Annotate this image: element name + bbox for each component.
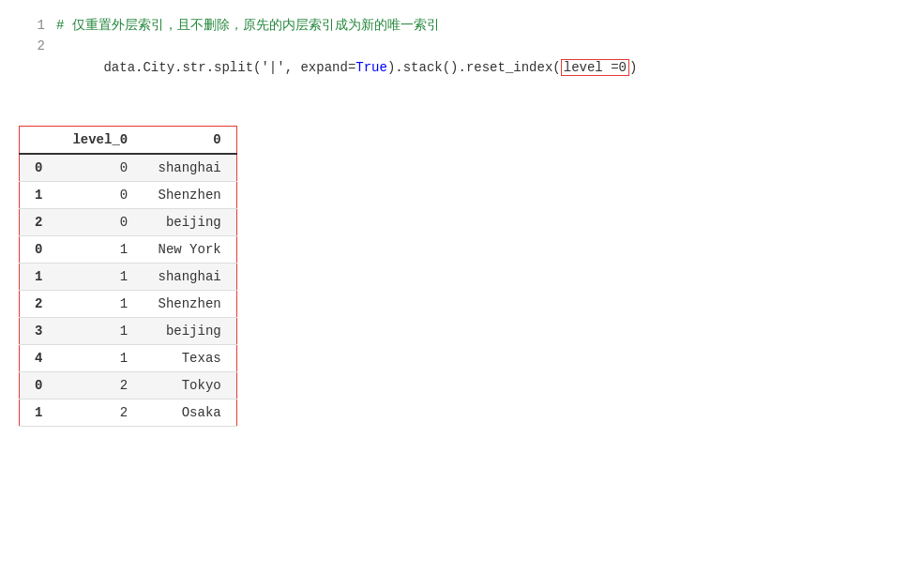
cell-index: 4	[20, 344, 58, 371]
cell-level0: 1	[57, 263, 143, 290]
cell-level0: 1	[57, 235, 143, 263]
table-row: 31beijing	[20, 317, 237, 344]
code-line-1: 1 # 仅重置外层索引，且不删除，原先的内层索引成为新的唯一索引	[19, 15, 888, 36]
table-row: 21Shenzhen	[20, 290, 237, 317]
table-row: 00shanghai	[20, 154, 237, 182]
cell-level0: 2	[57, 371, 143, 399]
table-row: 41Texas	[20, 344, 237, 371]
code-block: 1 # 仅重置外层索引，且不删除，原先的内层索引成为新的唯一索引 2 data.…	[19, 15, 888, 99]
header-index	[20, 126, 58, 154]
cell-index: 1	[20, 181, 58, 208]
data-table: level_0 0 00shanghai10Shenzhen20beijing0…	[19, 126, 237, 427]
cell-level0: 0	[57, 154, 143, 182]
table-row: 01New York	[20, 235, 237, 263]
cell-value: shanghai	[143, 154, 236, 182]
cell-level0: 1	[57, 290, 143, 317]
code-line-2: 2 data.City.str.split('|', expand=True).…	[19, 36, 888, 98]
code-prefix: data.City.str.split('	[103, 60, 268, 75]
cell-level0: 1	[57, 344, 143, 371]
cell-value: beijing	[143, 208, 236, 235]
cell-value: Osaka	[143, 399, 236, 426]
cell-value: Shenzhen	[143, 290, 236, 317]
code-highlight: level =0	[561, 59, 629, 76]
cell-index: 0	[20, 154, 58, 182]
code-line2-content: data.City.str.split('|', expand=True).st…	[56, 36, 637, 98]
header-level0: level_0	[57, 126, 143, 154]
cell-index: 1	[20, 263, 58, 290]
cell-value: Texas	[143, 344, 236, 371]
data-table-container: level_0 0 00shanghai10Shenzhen20beijing0…	[19, 126, 237, 427]
cell-level0: 0	[57, 208, 143, 235]
table-row: 02Tokyo	[20, 371, 237, 399]
table-row: 11shanghai	[20, 263, 237, 290]
table-row: 20beijing	[20, 208, 237, 235]
cell-index: 0	[20, 235, 58, 263]
cell-index: 3	[20, 317, 58, 344]
cell-value: shanghai	[143, 263, 236, 290]
table-row: 10Shenzhen	[20, 181, 237, 208]
line-number-1: 1	[19, 15, 45, 36]
cell-index: 0	[20, 371, 58, 399]
table-row: 12Osaka	[20, 399, 237, 426]
line-number-2: 2	[19, 36, 45, 56]
cell-index: 2	[20, 208, 58, 235]
code-close: )	[629, 60, 637, 75]
code-suffix: ).stack().reset_index(	[387, 60, 561, 75]
code-pipe: |	[269, 60, 277, 75]
cell-level0: 2	[57, 399, 143, 426]
cell-level0: 0	[57, 181, 143, 208]
cell-index: 1	[20, 399, 58, 426]
table-header-row: level_0 0	[20, 126, 237, 154]
cell-value: beijing	[143, 317, 236, 344]
header-value: 0	[143, 126, 236, 154]
cell-value: New York	[143, 235, 236, 263]
cell-level0: 1	[57, 317, 143, 344]
code-comment: # 仅重置外层索引，且不删除，原先的内层索引成为新的唯一索引	[56, 15, 440, 36]
cell-value: Shenzhen	[143, 181, 236, 208]
code-true: True	[355, 60, 387, 75]
cell-index: 2	[20, 290, 58, 317]
cell-value: Tokyo	[143, 371, 236, 399]
code-middle: ', expand=	[277, 60, 355, 75]
